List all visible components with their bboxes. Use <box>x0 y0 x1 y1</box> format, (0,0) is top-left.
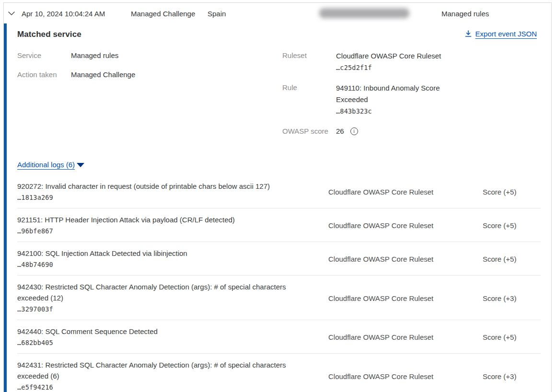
log-rule-id: …96bfe867 <box>17 225 314 237</box>
event-detail-section: Matched service Export event JSON Servic… <box>4 23 551 392</box>
ruleset-label: Ruleset <box>282 50 336 73</box>
action-taken-label: Action taken <box>17 69 71 80</box>
log-score: Score (+5) <box>483 255 541 263</box>
additional-logs-table: 920272: Invalid character in request (ou… <box>17 175 537 392</box>
log-description: 921151: HTTP Header Injection Attack via… <box>17 214 314 225</box>
log-rule-id: …682bb405 <box>17 337 314 348</box>
owasp-score-label: OWASP score <box>282 126 336 136</box>
additional-logs-label: Additional logs (6) <box>17 161 75 169</box>
rule-field: Rule 949110: Inbound Anomaly Score Excee… <box>282 82 453 117</box>
event-summary-row[interactable]: Apr 10, 2024 10:04:24 AM Managed Challen… <box>4 3 551 23</box>
info-icon[interactable]: i <box>350 127 358 135</box>
log-description: 920272: Invalid character in request (ou… <box>17 181 314 192</box>
log-description: 942430: Restricted SQL Character Anomaly… <box>17 281 314 303</box>
log-score: Score (+3) <box>483 294 541 302</box>
log-row: 942431: Restricted SQL Character Anomaly… <box>17 354 541 392</box>
additional-logs-toggle[interactable]: Additional logs (6) <box>17 161 84 169</box>
log-score: Score (+5) <box>483 188 541 196</box>
log-description: 942440: SQL Comment Sequence Detected <box>17 326 314 337</box>
event-country: Spain <box>208 9 226 17</box>
rule-label: Rule <box>282 82 336 117</box>
log-ruleset: Cloudflare OWASP Core Ruleset <box>328 372 483 380</box>
ruleset-id: …c25d2f1f <box>336 62 441 73</box>
event-service: Managed rules <box>441 9 489 17</box>
log-row: 942100: SQL Injection Attack Detected vi… <box>17 242 541 276</box>
action-taken-value: Managed Challenge <box>71 69 135 80</box>
log-row: 921151: HTTP Header Injection Attack via… <box>17 208 541 242</box>
log-ruleset: Cloudflare OWASP Core Ruleset <box>328 188 483 196</box>
export-event-json-link[interactable]: Export event JSON <box>465 30 537 38</box>
rule-value: 949110: Inbound Anomaly Score Exceeded <box>336 84 440 104</box>
service-field: Service Managed rules <box>17 50 282 60</box>
log-ruleset: Cloudflare OWASP Core Ruleset <box>328 294 483 302</box>
caret-down-icon <box>77 163 84 167</box>
log-rule-id: …1813a269 <box>17 192 314 203</box>
action-taken-field: Action taken Managed Challenge <box>17 69 282 80</box>
log-score: Score (+3) <box>483 372 541 380</box>
log-rule-id: …e5f94216 <box>17 381 314 392</box>
log-description: 942431: Restricted SQL Character Anomaly… <box>17 359 314 381</box>
log-score: Score (+5) <box>483 221 541 230</box>
download-icon <box>465 30 472 37</box>
log-ruleset: Cloudflare OWASP Core Ruleset <box>328 221 483 230</box>
chevron-down-icon[interactable] <box>7 9 16 17</box>
log-ruleset: Cloudflare OWASP Core Ruleset <box>328 333 483 341</box>
log-rule-id: …48b74690 <box>17 259 314 270</box>
redacted-value <box>319 8 409 18</box>
rule-id: …843b323c <box>336 105 453 117</box>
service-label: Service <box>17 50 71 60</box>
event-timestamp: Apr 10, 2024 10:04:24 AM <box>22 9 105 17</box>
log-row: 920272: Invalid character in request (ou… <box>17 175 541 208</box>
owasp-score-value: 26 <box>336 127 344 135</box>
log-row: 942430: Restricted SQL Character Anomaly… <box>17 276 541 320</box>
log-score: Score (+5) <box>483 333 541 341</box>
event-action: Managed Challenge <box>131 9 195 17</box>
export-link-label: Export event JSON <box>475 30 537 38</box>
ruleset-field: Ruleset Cloudflare OWASP Core Ruleset …c… <box>282 50 453 73</box>
firewall-event-panel: Apr 10, 2024 10:04:24 AM Managed Challen… <box>3 2 552 392</box>
owasp-score-field: OWASP score 26 i <box>282 126 453 136</box>
matched-service-title: Matched service <box>17 30 81 39</box>
service-value: Managed rules <box>71 50 118 60</box>
log-rule-id: …3297003f <box>17 303 314 315</box>
ruleset-value: Cloudflare OWASP Core Ruleset <box>336 52 441 60</box>
log-ruleset: Cloudflare OWASP Core Ruleset <box>328 255 483 263</box>
log-row: 942440: SQL Comment Sequence Detected …6… <box>17 320 541 354</box>
log-description: 942100: SQL Injection Attack Detected vi… <box>17 248 314 259</box>
